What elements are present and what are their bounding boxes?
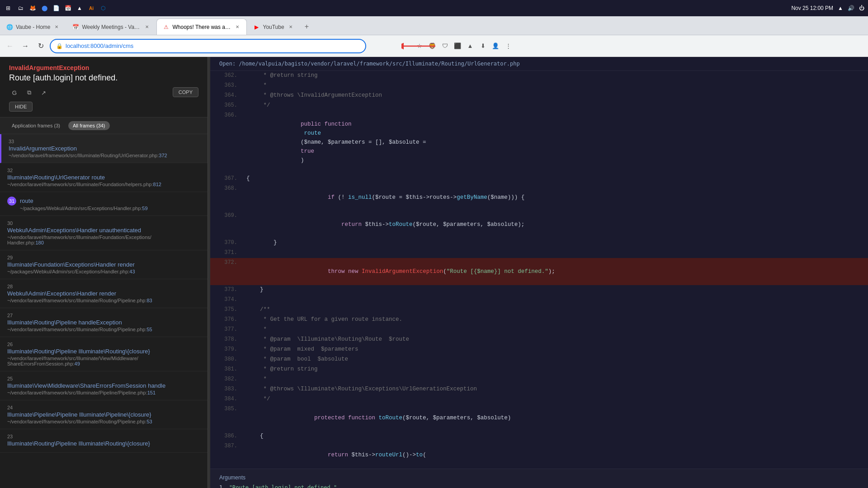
taskbar-right: Nov 25 12:00 PM ▲ 🔊 ⏻ bbox=[791, 5, 864, 11]
frame-path-31: ~/packages/Webkul/Admin/src/Exceptions/H… bbox=[20, 206, 200, 211]
frame-item-28[interactable]: 28 Webkul\Admin\Exceptions\Handler rende… bbox=[0, 279, 208, 308]
tab-youtube[interactable]: ▶ YouTube ✕ bbox=[247, 19, 300, 35]
code-line-362: 362. * @return string bbox=[210, 71, 868, 81]
code-line-364: 364. * @throws \InvalidArgumentException bbox=[210, 91, 868, 101]
left-panel: InvalidArgumentException Route [auth.log… bbox=[0, 57, 208, 488]
frame-number-24: 24 bbox=[7, 405, 200, 410]
app-frames-tab[interactable]: Application frames (3) bbox=[7, 121, 65, 130]
tab-weekly-meetings[interactable]: 📅 Weekly Meetings - Vaube ✕ bbox=[66, 19, 156, 35]
frame-name-24: Illuminate\Pipeline\Pipeline Illuminate\… bbox=[7, 411, 200, 418]
calendar-icon[interactable]: 📅 bbox=[63, 4, 72, 13]
frame-item-23[interactable]: 23 Illuminate\Routing\Pipeline Illuminat… bbox=[0, 429, 208, 453]
forward-button[interactable]: → bbox=[19, 40, 32, 52]
docs-icon[interactable]: 📄 bbox=[52, 4, 61, 13]
frame-item-25[interactable]: 25 Illuminate\View\Middleware\ShareError… bbox=[0, 371, 208, 400]
weekly-meetings-title: Weekly Meetings - Vaube bbox=[82, 24, 141, 30]
address-bar[interactable]: 🔒 localhost:8000/admin/cms bbox=[50, 39, 366, 53]
frame-path-27: ~/vendor/laravel/framework/src/Illuminat… bbox=[7, 327, 200, 332]
browser-content: InvalidArgumentException Route [auth.log… bbox=[0, 57, 868, 488]
google-search-icon[interactable]: G bbox=[9, 87, 20, 98]
taskbar-apps: 🗂 🦊 ⬤ 📄 📅 ▲ Ai ⬡ bbox=[16, 4, 108, 13]
tab-vaube-home[interactable]: 🌐 Vaube - Home ✕ bbox=[0, 19, 66, 35]
frame-item-29[interactable]: 29 Illuminate\Foundation\Exceptions\Hand… bbox=[0, 250, 208, 279]
download-icon[interactable]: ⬇ bbox=[477, 41, 488, 52]
vaube-home-close[interactable]: ✕ bbox=[53, 23, 60, 31]
files-icon[interactable]: 🗂 bbox=[16, 4, 25, 13]
frame-item-30[interactable]: 30 Webkul\Admin\Exceptions\Handler unaut… bbox=[0, 216, 208, 250]
code-line-380: 380. * @param bool $absolute bbox=[210, 355, 868, 365]
vscode-icon[interactable]: ⬡ bbox=[99, 4, 108, 13]
code-line-374: 374. bbox=[210, 295, 868, 305]
tab-bar: 🌐 Vaube - Home ✕ 📅 Weekly Meetings - Vau… bbox=[0, 16, 868, 35]
frame-path-32: ~/vendor/laravel/framework/src/Illuminat… bbox=[7, 182, 200, 187]
menu-icon[interactable]: ⋮ bbox=[503, 41, 514, 52]
error-type: InvalidArgumentException bbox=[9, 64, 198, 71]
taskbar-left: ⊞ 🗂 🦊 ⬤ 📄 📅 ▲ Ai ⬡ bbox=[4, 4, 108, 13]
right-panel: Open: /home/valpuia/bagisto/vendor/larav… bbox=[210, 57, 868, 488]
frame-number-32: 32 bbox=[7, 168, 200, 173]
code-line-382: 382. * bbox=[210, 375, 868, 385]
frame-name-28: Webkul\Admin\Exceptions\Handler render bbox=[7, 290, 200, 297]
extension2-icon[interactable]: ⬛ bbox=[452, 41, 463, 52]
error-close[interactable]: ✕ bbox=[234, 23, 241, 31]
frame-item-33[interactable]: 33 InvalidArgumentException ~/vendor/lar… bbox=[0, 134, 208, 163]
datetime: Nov 25 12:00 PM bbox=[791, 5, 833, 11]
frame-path-30: ~/vendor/laravel/framework/src/Illuminat… bbox=[7, 235, 200, 245]
illustrator-icon[interactable]: Ai bbox=[87, 4, 96, 13]
hide-button[interactable]: HIDE bbox=[9, 102, 33, 112]
code-line-369: 369. return $this->toRoute($route, $para… bbox=[210, 211, 868, 238]
youtube-favicon: ▶ bbox=[253, 23, 260, 31]
code-line-387: 387. return $this->routeUrl()->to( bbox=[210, 441, 868, 469]
frame-name-32: Illuminate\Routing\UrlGenerator route bbox=[7, 174, 200, 181]
volume-icon: 🔊 bbox=[848, 5, 854, 11]
weekly-meetings-close[interactable]: ✕ bbox=[143, 23, 151, 31]
back-button[interactable]: ← bbox=[4, 40, 16, 52]
argument-value: "Route [auth.login] not defined." bbox=[229, 484, 337, 488]
reload-button[interactable]: ↻ bbox=[34, 40, 47, 52]
frame-item-26[interactable]: 26 Illuminate\Routing\Pipeline Illuminat… bbox=[0, 337, 208, 371]
url-input[interactable]: localhost:8000/admin/cms bbox=[66, 42, 360, 49]
share-icon[interactable]: ↗ bbox=[38, 87, 49, 98]
all-frames-tab[interactable]: All frames (34) bbox=[68, 121, 110, 130]
copy-icon[interactable]: ⧉ bbox=[24, 87, 34, 98]
chrome-icon[interactable]: ⬤ bbox=[40, 4, 49, 13]
firefox-icon[interactable]: 🦊 bbox=[28, 4, 37, 13]
frame-path-26: ~/vendor/laravel/framework/src/Illuminat… bbox=[7, 356, 200, 366]
copy-button[interactable]: COPY bbox=[173, 87, 198, 97]
weekly-meetings-favicon: 📅 bbox=[72, 23, 79, 31]
frame-number-33: 33 bbox=[9, 139, 200, 144]
new-tab-button[interactable]: + bbox=[300, 19, 313, 35]
code-line-371: 371. bbox=[210, 248, 868, 258]
frame-number-26: 26 bbox=[7, 342, 200, 347]
frame-name-30: Webkul\Admin\Exceptions\Handler unauthen… bbox=[7, 227, 200, 234]
frame-item-24[interactable]: 24 Illuminate\Pipeline\Pipeline Illumina… bbox=[0, 400, 208, 429]
code-line-379: 379. * @param mixed $parameters bbox=[210, 345, 868, 355]
extension3-icon[interactable]: ▲ bbox=[465, 41, 476, 52]
frame-number-29: 29 bbox=[7, 255, 200, 260]
frame-item-31[interactable]: 31 route ~/packages/Webkul/Admin/src/Exc… bbox=[0, 192, 208, 216]
frame-item-27[interactable]: 27 Illuminate\Routing\Pipeline handleExc… bbox=[0, 308, 208, 337]
code-line-367: 367. { bbox=[210, 174, 868, 184]
code-line-376: 376. * Get the URL for a given route ins… bbox=[210, 315, 868, 325]
youtube-close[interactable]: ✕ bbox=[287, 23, 294, 31]
navbar: ← → ↻ 🔒 localhost:8000/admin/cms ☆ 🦁 bbox=[0, 35, 868, 57]
code-view: Open: /home/valpuia/bagisto/vendor/larav… bbox=[210, 57, 868, 488]
youtube-title: YouTube bbox=[263, 24, 284, 30]
code-line-372: 372. throw new InvalidArgumentException(… bbox=[210, 258, 868, 285]
extension1-icon[interactable]: 🛡 bbox=[439, 41, 450, 52]
profile-icon[interactable]: 👤 bbox=[490, 41, 501, 52]
tab-error[interactable]: ⚠ Whoops! There was an er... ✕ bbox=[156, 19, 247, 35]
code-line-373: 373. } bbox=[210, 285, 868, 295]
grid-icon[interactable]: ⊞ bbox=[4, 4, 13, 13]
frame-path-28: ~/vendor/laravel/framework/src/Illuminat… bbox=[7, 298, 200, 303]
code-line-386: 386. { bbox=[210, 432, 868, 441]
code-line-381: 381. * @return string bbox=[210, 365, 868, 375]
frame-item-32[interactable]: 32 Illuminate\Routing\UrlGenerator route… bbox=[0, 163, 208, 192]
argument-number: 1. "Route [auth.login] not defined." bbox=[219, 484, 859, 488]
drive-icon[interactable]: ▲ bbox=[75, 4, 84, 13]
frame-number-25: 25 bbox=[7, 376, 200, 381]
error-icons: G ⧉ ↗ COPY bbox=[9, 87, 198, 98]
frame-name-29: Illuminate\Foundation\Exceptions\Handler… bbox=[7, 261, 200, 268]
frame-name-23: Illuminate\Routing\Pipeline Illuminate\R… bbox=[7, 440, 200, 447]
power-icon[interactable]: ⏻ bbox=[859, 5, 864, 11]
